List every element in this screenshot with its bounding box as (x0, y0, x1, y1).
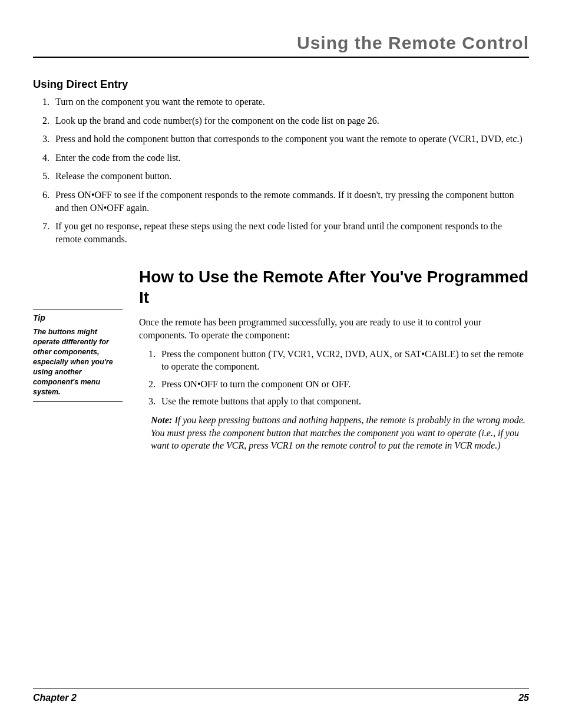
note-body: If you keep pressing buttons and nothing… (151, 415, 525, 450)
list-item: If you get no response, repeat these ste… (52, 220, 529, 245)
tip-rule-bottom (33, 401, 123, 402)
how-to-use-steps: Press the component button (TV, VCR1, VC… (139, 348, 529, 408)
list-item: Turn on the component you want the remot… (52, 95, 529, 108)
section-heading-direct-entry: Using Direct Entry (33, 78, 529, 91)
tip-sidebar: Tip The buttons might operate differentl… (33, 261, 123, 402)
list-item: Enter the code from the code list. (52, 151, 529, 164)
page: Using the Remote Control Using Direct En… (0, 0, 562, 728)
tip-body: The buttons might operate differently fo… (33, 327, 123, 397)
list-item: Look up the brand and code number(s) for… (52, 114, 529, 127)
chapter-label: Chapter 2 (33, 693, 77, 703)
list-item: Press ON•OFF to turn the component ON or… (158, 378, 529, 391)
running-header: Using the Remote Control (33, 33, 529, 58)
page-footer: Chapter 2 25 (33, 689, 529, 703)
direct-entry-steps: Turn on the component you want the remot… (33, 95, 529, 245)
note-block: Note: If you keep pressing buttons and n… (151, 414, 529, 452)
page-number: 25 (518, 693, 529, 703)
main-column: How to Use the Remote After You've Progr… (139, 261, 529, 452)
note-label: Note: (151, 415, 172, 425)
two-column-layout: Tip The buttons might operate differentl… (33, 261, 529, 452)
list-item: Press and hold the component button that… (52, 133, 529, 146)
section-heading-how-to-use: How to Use the Remote After You've Progr… (139, 266, 529, 308)
tip-heading: Tip (33, 313, 123, 322)
list-item: Use the remote buttons that apply to tha… (158, 395, 529, 408)
list-item: Press the component button (TV, VCR1, VC… (158, 348, 529, 373)
tip-rule-top (33, 309, 123, 309)
list-item: Press ON•OFF to see if the component res… (52, 189, 529, 214)
intro-paragraph: Once the remote has been programmed succ… (139, 316, 529, 341)
list-item: Release the component button. (52, 170, 529, 183)
